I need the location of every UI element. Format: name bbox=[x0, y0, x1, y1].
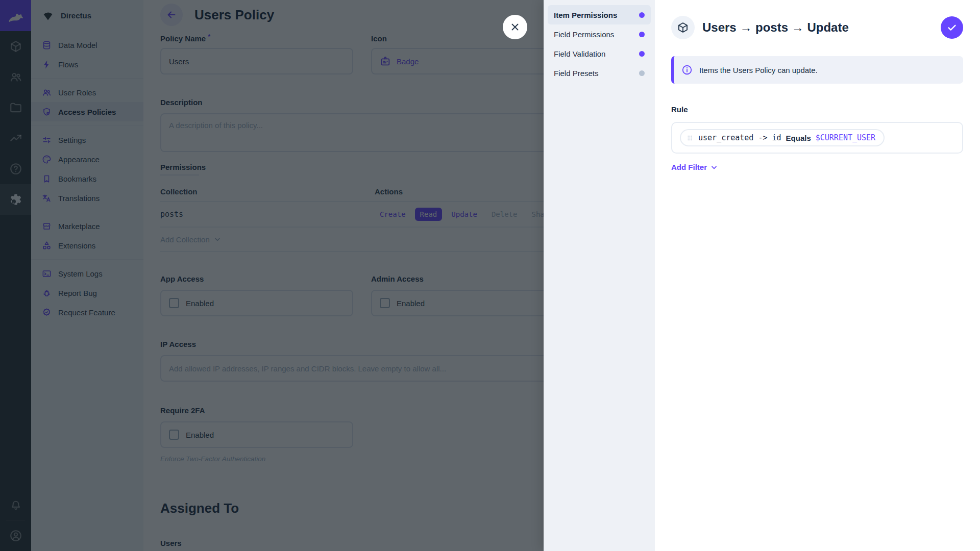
drawer-content: Users → posts → Update Items the Users P… bbox=[655, 0, 980, 551]
filter-operator[interactable]: Equals bbox=[786, 134, 811, 142]
drawer-overlay[interactable] bbox=[0, 0, 544, 551]
drawer-header-badge bbox=[671, 16, 695, 39]
tab-item-permissions[interactable]: Item Permissions bbox=[548, 5, 651, 24]
add-filter-button[interactable]: Add Filter bbox=[671, 163, 718, 171]
tab-field-permissions[interactable]: Field Permissions bbox=[548, 24, 651, 44]
check-icon bbox=[946, 22, 958, 33]
status-dot bbox=[639, 12, 645, 18]
filter-value[interactable]: $CURRENT_USER bbox=[816, 133, 875, 142]
status-dot bbox=[639, 70, 645, 76]
info-banner: Items the Users Policy can update. bbox=[671, 56, 963, 84]
status-dot bbox=[639, 32, 645, 37]
close-drawer-button[interactable] bbox=[503, 15, 527, 39]
rule-filter-container: user_created -> id Equals $CURRENT_USER bbox=[671, 122, 963, 154]
drawer-title: Users → posts → Update bbox=[702, 20, 849, 35]
filter-field-path[interactable]: user_created -> id bbox=[698, 133, 781, 142]
chevron-down-icon bbox=[710, 163, 718, 171]
info-banner-text: Items the Users Policy can update. bbox=[699, 66, 818, 74]
save-button[interactable] bbox=[941, 16, 963, 39]
info-icon bbox=[681, 64, 693, 76]
directus-app: Directus Data Model Flows User Roles Acc… bbox=[0, 0, 980, 551]
status-dot bbox=[639, 51, 645, 57]
drag-handle-icon[interactable] bbox=[686, 134, 694, 142]
close-icon bbox=[509, 21, 521, 33]
cube-icon bbox=[677, 21, 689, 34]
drawer-tab-list: Item Permissions Field Permissions Field… bbox=[544, 0, 655, 551]
rule-label: Rule bbox=[671, 105, 963, 114]
filter-rule-pill[interactable]: user_created -> id Equals $CURRENT_USER bbox=[680, 129, 885, 146]
tab-field-validation[interactable]: Field Validation bbox=[548, 44, 651, 63]
tab-field-presets[interactable]: Field Presets bbox=[548, 63, 651, 83]
permission-drawer: Item Permissions Field Permissions Field… bbox=[544, 0, 980, 551]
